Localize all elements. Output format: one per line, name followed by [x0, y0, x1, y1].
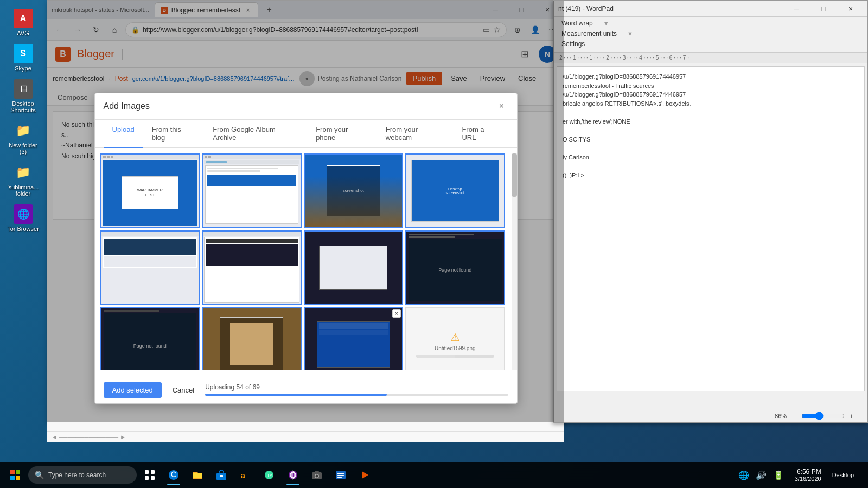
wp-line-4: brieale angelos RETRIBUTIOSNA>.s'..boxyd… — [563, 99, 859, 108]
windows-logo — [10, 470, 20, 480]
upload-status-text: Uploading 54 of 69 — [205, 383, 260, 391]
footer-spacer: Uploading 54 of 69 — [205, 382, 508, 398]
desktop-label[interactable]: Desktop — [830, 472, 856, 478]
cancel-button[interactable]: Cancel — [167, 382, 200, 398]
wp-line-6: O SCITYS — [563, 135, 859, 144]
file-manager-taskbar[interactable] — [330, 464, 352, 486]
zoom-plus[interactable]: + — [850, 413, 853, 419]
image-thumb-2[interactable] — [202, 153, 302, 228]
svg-rect-1 — [151, 470, 155, 474]
wordpad-statusbar: 86% − + — [554, 409, 867, 422]
desktop-icon-skype-label: Skype — [15, 65, 31, 72]
tab-from-blog[interactable]: From this blog — [143, 120, 204, 148]
task-view-button[interactable] — [139, 464, 161, 486]
add-selected-button[interactable]: Add selected — [104, 382, 162, 398]
show-desktop-strip[interactable] — [859, 406, 862, 426]
image-thumb-3[interactable]: screenshot — [304, 153, 404, 228]
svg-rect-2 — [145, 476, 149, 480]
wordpad-maximize[interactable]: □ — [811, 3, 836, 14]
ruler-text: 2 · · · 1 · · · · 1 · · · · 2 · · · · 3 … — [559, 55, 689, 61]
upload-progress-bar — [205, 394, 387, 396]
desktop-icon-sublimina[interactable]: 📁 'sublimina... folder — [3, 159, 43, 200]
image-thumb-7[interactable] — [304, 230, 404, 305]
thumb-close-11[interactable]: × — [392, 309, 401, 318]
wordpad-content[interactable]: /u/1/blogger.g?blogID=886885796917444695… — [557, 66, 865, 391]
desktop-icon-sublimina-label: 'sublimina... folder — [5, 184, 41, 197]
word-wrap-menu[interactable]: Word wrap — [559, 19, 595, 28]
tab-from-url[interactable]: From a URL — [453, 120, 508, 148]
svg-rect-16 — [315, 471, 319, 473]
browser-window: mikrotik hotspot - status - Microsoft...… — [47, 0, 565, 423]
image-thumb-10[interactable] — [202, 307, 302, 370]
tab-webcam[interactable]: From your webcam — [377, 120, 454, 148]
image-thumb-6[interactable] — [202, 230, 302, 305]
network-icon[interactable]: 🌐 — [736, 469, 751, 481]
clock-time: 6:56 PM — [795, 468, 821, 476]
tab-from-phone[interactable]: From your phone — [307, 120, 377, 148]
store-taskbar[interactable] — [210, 464, 232, 486]
wp-line-1: /u/1/blogger.g?blogID=886885796917444695… — [563, 72, 859, 81]
image-thumb-4[interactable]: Desktopscreenshot — [405, 153, 505, 228]
amazon-taskbar[interactable]: a — [234, 464, 256, 486]
image-thumb-1[interactable]: WARHAMMERFEST — [100, 153, 200, 228]
zoom-slider[interactable] — [801, 412, 845, 420]
measurement-menu[interactable]: Measurement units — [559, 29, 619, 38]
wordpad-controls: ─ □ × — [784, 3, 863, 14]
desktop-icon-list: A AVG S Skype 🖥 Desktop Shortcuts 📁 New … — [0, 0, 46, 241]
dialog-footer: Add selected Cancel Uploading 54 of 69 — [95, 376, 517, 403]
wp-line-3: /u/1/blogger.g?blogID=886885796917444695… — [563, 90, 859, 99]
image-thumb-11[interactable]: × — [304, 307, 404, 370]
thumb-label-1599: Untitled1599.png — [435, 345, 476, 351]
image-grid: WARHAMMERFEST — [100, 153, 512, 370]
wordpad-menu-row-2: Measurement units ▼ — [559, 29, 862, 38]
wp-line-7: ly Carlson — [563, 153, 859, 162]
desktop-icon-tor[interactable]: 🌐 Tor Browser — [3, 201, 43, 235]
search-icon: 🔍 — [35, 471, 44, 479]
battery-icon[interactable]: 🔋 — [771, 469, 786, 481]
show-desktop-button[interactable] — [860, 464, 864, 486]
desktop-icon-avg[interactable]: A AVG — [3, 5, 43, 40]
settings-row: Settings — [559, 40, 862, 48]
camera-taskbar[interactable] — [306, 464, 328, 486]
tor-browser-taskbar[interactable] — [282, 464, 304, 486]
zoom-minus[interactable]: − — [792, 413, 795, 419]
volume-icon[interactable]: 🔊 — [754, 469, 769, 481]
tab-upload[interactable]: Upload — [104, 120, 143, 148]
wordpad-ribbon: Word wrap ▼ Measurement units ▼ Settings — [554, 17, 867, 53]
desktop-icon-new-folder[interactable]: 📁 New folder (3) — [3, 118, 43, 158]
dialog-close-button[interactable]: × — [495, 100, 508, 113]
system-clock[interactable]: 6:56 PM 3/16/2020 — [790, 467, 826, 483]
search-placeholder: Type here to search — [48, 471, 106, 479]
editor-footer: ◄ ────────────── ► — [47, 431, 564, 442]
grid-scrollbar-thumb[interactable] — [512, 153, 517, 197]
image-thumb-9[interactable]: Page not found — [100, 307, 200, 370]
dialog-overlay: Add Images × Upload From this blog From … — [47, 1, 564, 422]
svg-rect-0 — [145, 470, 149, 474]
add-images-dialog: Add Images × Upload From this blog From … — [94, 93, 518, 404]
svg-marker-21 — [362, 471, 368, 479]
desktop-icon-tor-label: Tor Browser — [7, 226, 39, 232]
svg-text:TA: TA — [267, 473, 273, 478]
file-explorer-taskbar[interactable] — [187, 464, 208, 486]
desktop-icon-skype[interactable]: S Skype — [3, 41, 43, 75]
desktop-icon-shortcuts[interactable]: 🖥 Desktop Shortcuts — [3, 76, 43, 117]
edge-browser-taskbar[interactable] — [163, 464, 184, 486]
image-thumb-1599[interactable]: ⚠ Untitled1599.png — [405, 307, 505, 370]
taskbar-right: 🌐 🔊 🔋 6:56 PM 3/16/2020 Desktop — [736, 464, 864, 486]
wordpad-minimize[interactable]: ─ — [784, 3, 809, 14]
tab-google-album[interactable]: From Google Album Archive — [204, 120, 307, 148]
media-taskbar[interactable] — [354, 464, 375, 486]
wordpad-close[interactable]: × — [838, 3, 863, 14]
svg-text:a: a — [241, 471, 245, 480]
image-thumb-5[interactable] — [100, 230, 200, 305]
word-wrap-arrow: ▼ — [603, 20, 609, 27]
wp-line-5: er with,'the review';NONE — [563, 117, 859, 126]
zoom-level: 86% — [775, 413, 787, 419]
taskbar-search-bar[interactable]: 🔍 Type here to search — [28, 466, 137, 484]
tripadvisor-taskbar[interactable]: TA — [258, 464, 280, 486]
svg-rect-19 — [337, 475, 344, 476]
wp-line-8: ()_)P:L> — [563, 171, 859, 180]
start-button[interactable] — [4, 464, 26, 486]
image-thumb-8[interactable]: Page not found — [405, 230, 505, 305]
measurement-arrow: ▼ — [627, 30, 633, 37]
